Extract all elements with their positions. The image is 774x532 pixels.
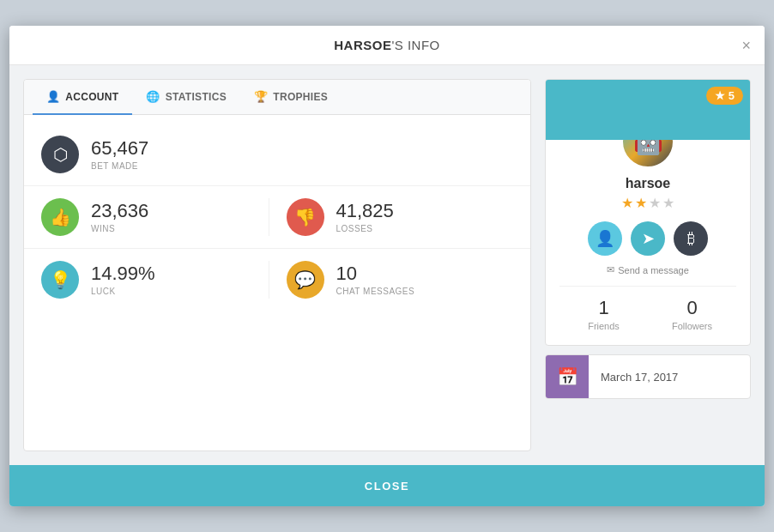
star-4: ★ <box>662 195 674 211</box>
tab-account[interactable]: 👤 ACCOUNT <box>33 80 132 115</box>
stats-grid: ⬡ 65,467 BET MADE 👍 23,636 WINS <box>24 115 530 450</box>
star-badge: ★ 5 <box>706 87 743 105</box>
bet-made-label: BET MADE <box>91 161 148 171</box>
star-3: ★ <box>649 195 661 211</box>
star-1: ★ <box>621 195 633 211</box>
profile-stars: ★ ★ ★ ★ <box>559 195 736 211</box>
star-badge-value: 5 <box>729 89 735 102</box>
bitcoin-button[interactable]: ₿ <box>674 221 708 256</box>
friends-label: Friends <box>559 321 648 331</box>
left-panel: 👤 ACCOUNT 🌐 STATISTICS 🏆 TROPHIES ⬡ <box>23 79 531 451</box>
calendar-icon: 📅 <box>546 355 589 398</box>
wins-label: WINS <box>91 224 148 233</box>
stat-row-luck-chat: 💡 14.99% LUCK 💬 10 CHAT MESSAGES <box>24 249 530 311</box>
profile-info: harsoe ★ ★ ★ ★ 👤 ➤ ₿ ✉ <box>546 176 750 345</box>
send-message-text: Send a message <box>618 265 689 275</box>
chat-messages-label: CHAT MESSAGES <box>336 287 415 296</box>
losses-icon: 👎 <box>287 198 324 236</box>
right-panel: ★ 5 🤖 harsoe ★ ★ ★ <box>545 79 751 451</box>
chat-messages-value: 10 <box>336 263 415 284</box>
date-card: 📅 March 17, 2017 <box>545 354 751 399</box>
join-date: March 17, 2017 <box>589 371 690 384</box>
modal-title: HARSOE'S INFO <box>334 38 440 52</box>
luck-label: LUCK <box>91 287 155 296</box>
account-icon: 👤 <box>46 90 60 103</box>
envelope-icon: ✉ <box>607 264 614 275</box>
tab-statistics-label: STATISTICS <box>166 91 227 103</box>
luck-value: 14.99% <box>91 263 155 284</box>
stat-row-bet: ⬡ 65,467 BET MADE <box>24 124 530 186</box>
modal: HARSOE'S INFO × 👤 ACCOUNT 🌐 STATISTICS 🏆… <box>9 26 765 506</box>
tabs-bar: 👤 ACCOUNT 🌐 STATISTICS 🏆 TROPHIES <box>24 80 530 115</box>
stat-chat-messages: 💬 10 CHAT MESSAGES <box>269 261 514 299</box>
modal-username: HARSOE <box>334 38 391 52</box>
followers-stat: 0 Followers <box>648 297 736 331</box>
add-friend-button[interactable]: 👤 <box>588 221 622 256</box>
bet-made-icon: ⬡ <box>41 136 79 173</box>
close-button[interactable]: CLOSE <box>9 465 765 506</box>
star-2: ★ <box>635 195 647 211</box>
profile-name: harsoe <box>559 176 736 191</box>
losses-label: LOSSES <box>336 224 394 233</box>
tab-trophies-label: TROPHIES <box>273 91 328 103</box>
action-buttons: 👤 ➤ ₿ <box>559 221 736 256</box>
tab-trophies[interactable]: 🏆 TROPHIES <box>240 80 342 115</box>
followers-label: Followers <box>648 321 736 331</box>
stat-wins: 👍 23,636 WINS <box>41 198 269 236</box>
modal-body: 👤 ACCOUNT 🌐 STATISTICS 🏆 TROPHIES ⬡ <box>9 65 765 465</box>
bet-made-value: 65,467 <box>91 138 148 159</box>
trophies-icon: 🏆 <box>254 90 268 103</box>
send-message-button[interactable]: ➤ <box>631 221 665 256</box>
friends-count: 1 <box>559 297 648 319</box>
close-icon[interactable]: × <box>741 38 751 53</box>
statistics-icon: 🌐 <box>146 90 160 103</box>
followers-count: 0 <box>648 297 736 319</box>
profile-card: ★ 5 🤖 harsoe ★ ★ ★ <box>545 79 751 346</box>
close-button-label: CLOSE <box>365 480 409 493</box>
tab-account-label: ACCOUNT <box>65 91 118 103</box>
star-icon: ★ <box>715 89 725 102</box>
chat-icon: 💬 <box>287 261 324 299</box>
modal-header: HARSOE'S INFO × <box>9 26 765 65</box>
stat-losses: 👎 41,825 LOSSES <box>269 198 514 236</box>
modal-title-suffix: 'S INFO <box>391 38 439 52</box>
wins-icon: 👍 <box>41 198 79 236</box>
stat-luck: 💡 14.99% LUCK <box>41 261 269 299</box>
wins-value: 23,636 <box>91 201 148 221</box>
stat-bet-made: ⬡ 65,467 BET MADE <box>41 136 513 173</box>
social-row: 1 Friends 0 Followers <box>559 286 736 335</box>
friends-stat: 1 Friends <box>559 297 648 331</box>
tab-statistics[interactable]: 🌐 STATISTICS <box>132 80 240 115</box>
stat-row-wins-losses: 👍 23,636 WINS 👎 41,825 LOSSES <box>24 186 530 249</box>
losses-value: 41,825 <box>336 201 394 221</box>
send-message-label: ✉ Send a message <box>559 264 736 275</box>
profile-banner: ★ 5 <box>546 80 750 140</box>
luck-icon: 💡 <box>41 261 79 299</box>
